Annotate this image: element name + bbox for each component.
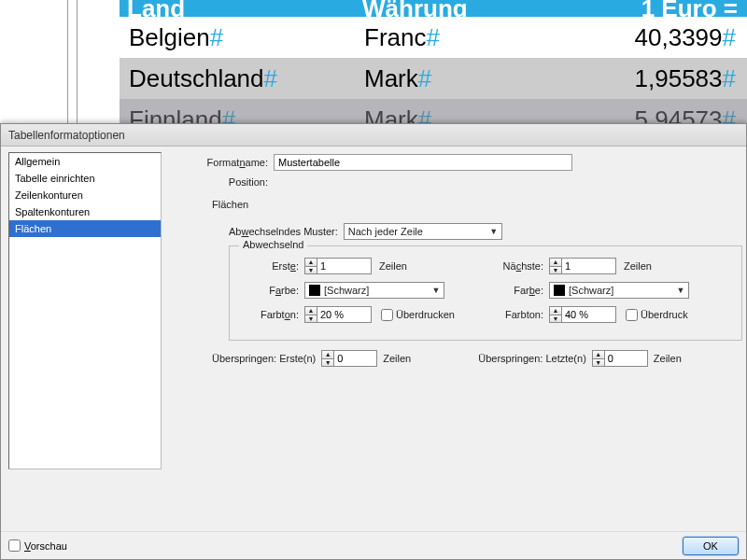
dialog-title: Tabellenformatoptionen (8, 129, 125, 142)
formatname-label: Formatname: (175, 157, 268, 168)
cell-currency: Franc (364, 23, 426, 52)
bg-th-land: Land (127, 0, 362, 17)
table-row: Deutschland# Mark# 1,95583# (120, 58, 747, 99)
sidebar-item-general[interactable]: Allgemein (9, 153, 161, 170)
skip-first-unit: Zeilen (383, 353, 411, 364)
spin-down-icon[interactable]: ▼ (305, 315, 317, 323)
hash-mark: # (210, 23, 223, 52)
next-color-label: Farbe: (486, 285, 543, 296)
first-count-input[interactable] (317, 258, 372, 274)
hash-mark: # (723, 64, 736, 93)
color-swatch-icon (554, 285, 565, 296)
sidebar-item-fills[interactable]: Flächen (9, 220, 161, 237)
fills-heading: Flächen (212, 199, 742, 210)
position-label: Position: (175, 176, 268, 188)
first-label: Erste: (241, 260, 299, 272)
skip-first-spinner[interactable]: ▲▼ (321, 350, 377, 367)
cell-value: 1,95583 (635, 64, 723, 93)
spin-down-icon[interactable]: ▼ (550, 266, 561, 274)
chevron-down-icon: ▼ (430, 286, 442, 295)
skip-first-label: Überspringen: Erste(n) (212, 353, 316, 364)
hash-mark: # (418, 64, 431, 93)
spin-down-icon[interactable]: ▼ (322, 358, 333, 367)
spin-down-icon[interactable]: ▼ (593, 358, 604, 367)
skip-first-input[interactable] (334, 350, 377, 367)
hash-mark: # (426, 23, 439, 52)
chevron-down-icon: ▼ (488, 227, 500, 236)
spin-up-icon[interactable]: ▲ (550, 259, 561, 266)
next-label: Nächste: (486, 260, 543, 272)
cell-country: Deutschland (129, 64, 264, 93)
spin-up-icon[interactable]: ▲ (322, 351, 333, 358)
formatname-input[interactable] (274, 154, 572, 171)
sidebar-item-setup[interactable]: Tabelle einrichten (9, 170, 161, 187)
hash-mark: # (723, 23, 736, 52)
next-color-dropdown[interactable]: [Schwarz] ▼ (549, 282, 689, 299)
first-unit: Zeilen (379, 260, 407, 272)
spin-down-icon[interactable]: ▼ (550, 315, 561, 323)
bg-th-currency: Währung (362, 0, 568, 17)
pattern-value: Nach jeder Zeile (348, 226, 423, 237)
category-list: Allgemein Tabelle einrichten Zeilenkontu… (8, 152, 162, 469)
table-format-options-dialog: Tabellenformatoptionen Allgemein Tabelle… (0, 123, 747, 560)
sidebar-item-row-strokes[interactable]: Zeilenkonturen (9, 187, 161, 203)
first-tint-label: Farbton: (241, 309, 299, 320)
category-sidebar: Allgemein Tabelle einrichten Zeilenkontu… (1, 147, 167, 531)
sidebar-item-col-strokes[interactable]: Spaltenkonturen (9, 203, 161, 220)
first-color-label: Farbe: (241, 285, 299, 296)
skip-last-unit: Zeilen (654, 353, 682, 364)
dialog-titlebar[interactable]: Tabellenformatoptionen (1, 124, 746, 147)
bg-th-euro: 1 Euro = (641, 0, 747, 17)
first-tint-spinner[interactable]: ▲▼ (304, 306, 372, 323)
next-tint-spinner[interactable]: ▲▼ (549, 306, 616, 323)
next-overprint-checkbox[interactable]: Überdruck (626, 309, 688, 321)
spin-down-icon[interactable]: ▼ (305, 266, 317, 274)
next-tint-label: Farbton: (486, 309, 543, 320)
skip-last-input[interactable] (605, 350, 648, 367)
color-swatch-icon (309, 285, 320, 296)
preview-checkbox[interactable]: Vorschau (8, 539, 67, 552)
dialog-main-panel: Formatname: Position: Flächen Abwechseln… (167, 147, 746, 531)
next-count-spinner[interactable]: ▲▼ (549, 258, 616, 274)
alternating-fieldset: Abwechselnd Erste: ▲▼ Zeilen (229, 245, 742, 341)
bg-header-row: Land Währung 1 Euro = (120, 0, 747, 17)
hash-mark: # (264, 64, 277, 93)
next-color-value: [Schwarz] (569, 285, 613, 296)
cell-currency: Mark (364, 64, 418, 93)
ok-button[interactable]: OK (683, 537, 739, 555)
dialog-footer: Vorschau OK (1, 531, 746, 559)
next-count-input[interactable] (562, 258, 616, 274)
first-tint-input[interactable] (317, 306, 372, 323)
first-count-spinner[interactable]: ▲▼ (304, 258, 372, 274)
first-color-value: [Schwarz] (324, 285, 369, 296)
next-unit: Zeilen (624, 260, 652, 272)
table-row: Belgien# Franc# 40,3399# (120, 17, 747, 58)
cell-country: Belgien (129, 23, 210, 52)
pattern-label: Abwechselndes Muster: (229, 226, 338, 237)
next-tint-input[interactable] (562, 306, 616, 323)
first-color-dropdown[interactable]: [Schwarz] ▼ (304, 282, 444, 299)
spin-up-icon[interactable]: ▲ (593, 351, 604, 358)
spin-up-icon[interactable]: ▲ (305, 307, 317, 315)
fieldset-legend: Abwechselnd (239, 239, 307, 250)
chevron-down-icon: ▼ (675, 286, 686, 295)
skip-last-label: Überspringen: Letzte(n) (478, 353, 586, 364)
spin-up-icon[interactable]: ▲ (550, 307, 561, 315)
spin-up-icon[interactable]: ▲ (305, 259, 317, 266)
skip-last-spinner[interactable]: ▲▼ (592, 350, 648, 367)
pattern-dropdown[interactable]: Nach jeder Zeile ▼ (344, 223, 502, 240)
first-overprint-checkbox[interactable]: Überdrucken (381, 309, 455, 321)
cell-value: 40,3399 (635, 23, 723, 52)
